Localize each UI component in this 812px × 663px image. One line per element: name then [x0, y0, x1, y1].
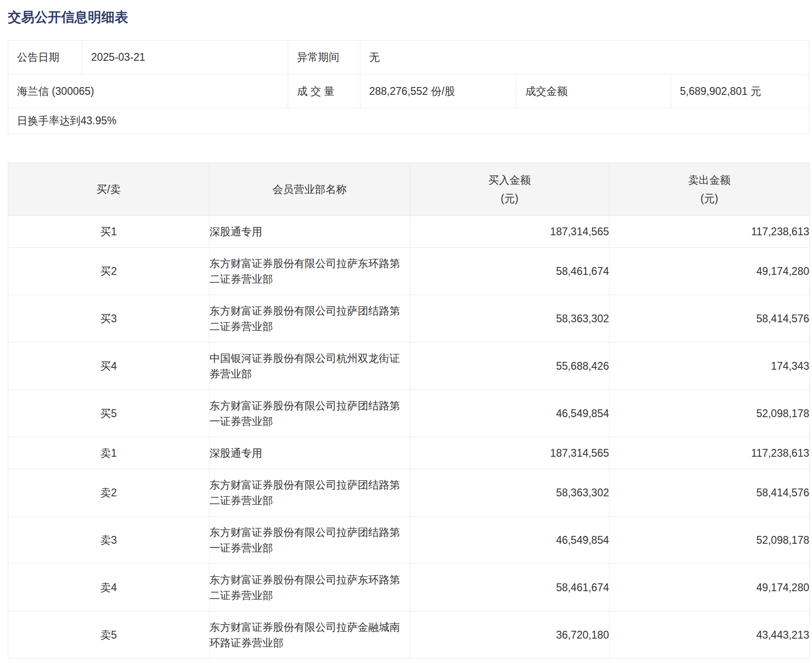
cell-side: 买5: [8, 390, 209, 437]
cell-sell-amount: 52,098,178: [609, 517, 810, 564]
cell-sell-amount: 117,238,613: [609, 437, 810, 469]
cell-branch: 东方财富证券股份有限公司拉萨金融城南环路证券营业部: [209, 611, 410, 659]
cell-side: 卖1: [8, 437, 209, 469]
cell-side: 买1: [8, 216, 209, 248]
cell-buy-amount: 58,363,302: [410, 469, 609, 517]
announce-date-value: 2025-03-21: [82, 41, 288, 74]
header-buy-amount-line1: 买入金额: [411, 171, 609, 189]
cell-sell-amount: 49,174,280: [609, 564, 810, 611]
cell-buy-amount: 46,549,854: [410, 517, 609, 564]
abnormal-period-label: 异常期间: [288, 41, 360, 74]
cell-side: 卖2: [8, 469, 209, 517]
stock-name-code: 海兰信 (300065): [8, 75, 288, 108]
cell-side: 卖5: [8, 611, 209, 659]
cell-sell-amount: 49,174,280: [609, 248, 810, 295]
turnover-rate-note: 日换手率达到43.95%: [8, 108, 809, 134]
cell-buy-amount: 55,688,426: [410, 343, 609, 390]
cell-side: 买4: [8, 343, 209, 390]
cell-side: 卖4: [8, 564, 209, 611]
table-row: 买2 东方财富证券股份有限公司拉萨东环路第二证券营业部 58,461,674 4…: [8, 248, 810, 295]
table-header-row: 买/卖 会员营业部名称 买入金额 (元) 卖出金额 (元): [8, 163, 810, 216]
table-row: 买3 东方财富证券股份有限公司拉萨团结路第二证券营业部 58,363,302 5…: [8, 295, 810, 343]
header-branch: 会员营业部名称: [209, 163, 410, 216]
header-buy-amount-unit: (元): [411, 189, 609, 208]
cell-branch: 东方财富证券股份有限公司拉萨东环路第二证券营业部: [209, 564, 410, 611]
summary-row-stock: 海兰信 (300065) 成 交 量 288,276,552 份/股 成交金额 …: [8, 75, 809, 108]
cell-buy-amount: 58,461,674: [410, 564, 609, 611]
table-row: 卖3 东方财富证券股份有限公司拉萨团结路第一证券营业部 46,549,854 5…: [8, 517, 810, 564]
table-row: 买5 东方财富证券股份有限公司拉萨团结路第一证券营业部 46,549,854 5…: [8, 390, 810, 437]
header-buy-amount: 买入金额 (元): [410, 163, 609, 216]
cell-buy-amount: 58,363,302: [410, 295, 609, 343]
abnormal-period-value: 无: [360, 41, 809, 74]
header-sell-amount-line1: 卖出金额: [610, 171, 809, 189]
header-sell-amount: 卖出金额 (元): [609, 163, 810, 216]
cell-side: 买2: [8, 248, 209, 295]
turnover-label: 成交金额: [516, 75, 671, 108]
cell-branch: 东方财富证券股份有限公司拉萨团结路第一证券营业部: [209, 390, 410, 437]
cell-side: 卖3: [8, 517, 209, 564]
cell-branch: 东方财富证券股份有限公司拉萨团结路第二证券营业部: [209, 469, 410, 517]
cell-buy-amount: 36,720,180: [410, 611, 609, 659]
cell-buy-amount: 46,549,854: [410, 390, 609, 437]
volume-value: 288,276,552 份/股: [360, 75, 516, 108]
table-row: 卖1 深股通专用 187,314,565 117,238,613: [8, 437, 810, 469]
turnover-value: 5,689,902,801 元: [671, 75, 809, 108]
page-container: 交易公开信息明细表 公告日期 2025-03-21 异常期间 无 海兰信 (30…: [8, 0, 809, 659]
broker-seats-table: 买/卖 会员营业部名称 买入金额 (元) 卖出金额 (元) 买1 深股通专用 1…: [8, 163, 810, 659]
summary-row-date: 公告日期 2025-03-21 异常期间 无: [8, 41, 809, 75]
cell-buy-amount: 58,461,674: [410, 248, 609, 295]
table-row: 卖2 东方财富证券股份有限公司拉萨团结路第二证券营业部 58,363,302 5…: [8, 469, 810, 517]
cell-branch: 中国银河证券股份有限公司杭州双龙街证券营业部: [209, 343, 410, 390]
header-sell-amount-unit: (元): [610, 189, 809, 208]
table-row: 卖4 东方财富证券股份有限公司拉萨东环路第二证券营业部 58,461,674 4…: [8, 564, 810, 611]
table-row: 买1 深股通专用 187,314,565 117,238,613: [8, 216, 810, 248]
cell-branch: 东方财富证券股份有限公司拉萨团结路第一证券营业部: [209, 517, 410, 564]
page-title: 交易公开信息明细表: [8, 0, 809, 25]
cell-branch: 东方财富证券股份有限公司拉萨团结路第二证券营业部: [209, 295, 410, 343]
cell-sell-amount: 58,414,576: [609, 469, 810, 517]
header-side: 买/卖: [8, 163, 209, 216]
cell-sell-amount: 117,238,613: [609, 216, 810, 248]
table-row: 卖5 东方财富证券股份有限公司拉萨金融城南环路证券营业部 36,720,180 …: [8, 611, 810, 659]
summary-info-box: 公告日期 2025-03-21 异常期间 无 海兰信 (300065) 成 交 …: [8, 40, 809, 134]
cell-buy-amount: 187,314,565: [410, 437, 609, 469]
table-row: 买4 中国银河证券股份有限公司杭州双龙街证券营业部 55,688,426 174…: [8, 343, 810, 390]
cell-sell-amount: 174,343: [609, 343, 810, 390]
cell-sell-amount: 43,443,213: [609, 611, 810, 659]
volume-label: 成 交 量: [288, 75, 360, 108]
cell-sell-amount: 52,098,178: [609, 390, 810, 437]
cell-branch: 东方财富证券股份有限公司拉萨东环路第二证券营业部: [209, 248, 410, 295]
cell-branch: 深股通专用: [209, 216, 410, 248]
summary-row-note: 日换手率达到43.95%: [8, 108, 809, 134]
cell-buy-amount: 187,314,565: [410, 216, 609, 248]
cell-sell-amount: 58,414,576: [609, 295, 810, 343]
announce-date-label: 公告日期: [8, 41, 82, 74]
cell-branch: 深股通专用: [209, 437, 410, 469]
cell-side: 买3: [8, 295, 209, 343]
